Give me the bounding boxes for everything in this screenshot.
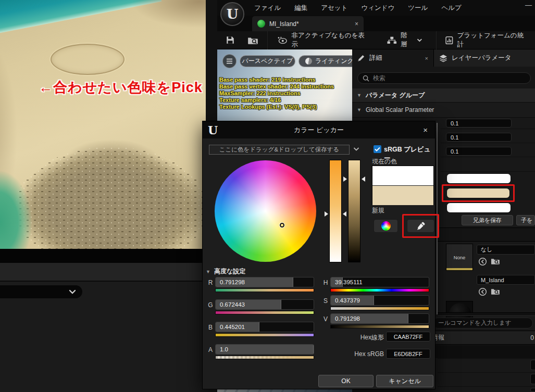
layers-icon bbox=[439, 54, 447, 62]
tab-layer-parameters[interactable]: レイヤーパラメータ bbox=[433, 49, 535, 67]
value-slider[interactable] bbox=[348, 160, 360, 262]
console-command-input[interactable]: ールコマンドを入力します bbox=[432, 318, 533, 328]
menu-edit[interactable]: 編集 bbox=[294, 4, 307, 12]
stats-line: Texture Lookups (Est.): VS(0), PS(3) bbox=[219, 104, 334, 110]
menu-file[interactable]: ファイル bbox=[254, 4, 281, 12]
chevron-down-icon bbox=[417, 38, 422, 42]
log-count: 0 bbox=[530, 334, 534, 342]
dialog-title-bar[interactable]: U カラー ピッカー × bbox=[203, 121, 435, 138]
search-input[interactable]: 検索 bbox=[357, 72, 531, 84]
stats-line: Base pass shader: 219 instructions bbox=[219, 77, 334, 83]
parameter-groups-header[interactable]: ▼ パラメータ グループ bbox=[352, 88, 535, 103]
channel-gradient-a bbox=[215, 356, 314, 359]
channel-gradient-h bbox=[330, 288, 429, 292]
asset-tab-bar: MI_Island* × bbox=[217, 16, 535, 31]
browse-to-asset-button[interactable] bbox=[241, 31, 264, 49]
channel-slider-b[interactable]: 0.445201 bbox=[215, 322, 314, 332]
menu-asset[interactable]: アセット bbox=[321, 4, 347, 12]
slider-fill bbox=[216, 345, 314, 354]
close-icon[interactable]: × bbox=[355, 20, 358, 28]
color-wheel-mode-button[interactable] bbox=[374, 219, 398, 233]
slider-marker-left[interactable] bbox=[325, 211, 328, 217]
browse-asset-icon[interactable] bbox=[491, 257, 500, 266]
advanced-settings-header[interactable]: ▼ 高度な設定 bbox=[206, 267, 245, 276]
lighting-mode-dropdown[interactable]: ライティング bbox=[298, 55, 352, 67]
menu-help[interactable]: ヘルプ bbox=[441, 4, 461, 12]
left-bottom-dropdown[interactable] bbox=[0, 285, 82, 298]
use-selected-icon[interactable] bbox=[478, 287, 487, 296]
close-icon[interactable]: × bbox=[423, 125, 428, 134]
shader-stats-text: Base pass shader: 219 instructions Base … bbox=[219, 77, 334, 110]
channel-slider-v[interactable]: 0.791298 bbox=[330, 313, 429, 324]
color-wheel[interactable] bbox=[215, 160, 316, 262]
show-inactive-button[interactable]: 非アクティブなものを表示 bbox=[271, 31, 376, 49]
hierarchy-button[interactable]: 階層 bbox=[381, 31, 429, 49]
channel-slider-g[interactable]: 0.672443 bbox=[215, 299, 314, 310]
menu-tools[interactable]: ツール bbox=[408, 4, 428, 12]
clipped-field[interactable] bbox=[530, 374, 535, 384]
clipped-field[interactable] bbox=[530, 360, 535, 370]
tab-label: MI_Island* bbox=[269, 20, 351, 28]
chevron-down-icon[interactable] bbox=[353, 147, 359, 151]
channel-slider-a[interactable]: 1.0 bbox=[215, 344, 314, 355]
color-dropzone[interactable]: ここに色をドラッグ&ドロップして保存する bbox=[209, 145, 350, 155]
gravel-patch bbox=[15, 147, 206, 249]
hex-srgb-label: Hex sRGB bbox=[338, 350, 384, 358]
lit-mode-icon bbox=[305, 58, 312, 65]
platform-stats-button[interactable]: プラットフォームの統計 bbox=[439, 31, 535, 49]
close-icon[interactable]: × bbox=[425, 55, 428, 61]
use-selected-icon[interactable] bbox=[478, 257, 487, 266]
ok-button[interactable]: OK bbox=[318, 375, 374, 387]
hex-srgb-field[interactable]: E6D6B2FF bbox=[386, 349, 430, 359]
hex-linear-field[interactable]: CAAB72FF bbox=[386, 332, 430, 342]
folder-search-icon bbox=[247, 36, 258, 45]
parent-material-dropdown[interactable]: M_Island bbox=[477, 275, 535, 285]
global-scalar-parameter-header[interactable]: ▼ Global Scalar Parameter bbox=[352, 103, 535, 118]
color-wheel-selector[interactable] bbox=[280, 223, 284, 227]
minimize-button[interactable]: — bbox=[525, 1, 532, 9]
saturation-slider[interactable] bbox=[329, 160, 342, 262]
menu-items: ファイル 編集 アセット ウィンドウ ツール ヘルプ bbox=[254, 0, 462, 16]
row-separator bbox=[441, 143, 535, 143]
scalar-param-field[interactable]: 0.1 bbox=[446, 119, 512, 128]
scene-bottom-bar bbox=[0, 249, 217, 263]
menu-window[interactable]: ウィンドウ bbox=[361, 4, 394, 12]
perspective-dropdown[interactable]: パースペクティブ bbox=[240, 55, 295, 67]
log-info-row[interactable]: 情報 0 bbox=[435, 331, 535, 345]
save-sibling-button[interactable]: 兄弟を保存 bbox=[462, 215, 513, 225]
texture-thumbnail-none[interactable]: None bbox=[446, 244, 473, 271]
channel-slider-r[interactable]: 0.791298 bbox=[215, 277, 314, 287]
scalar-param-field[interactable]: 0.1 bbox=[446, 147, 512, 156]
hamburger-icon bbox=[226, 58, 233, 64]
channel-label-g: G bbox=[207, 301, 214, 309]
texture-select-dropdown[interactable]: なし bbox=[477, 245, 535, 255]
channel-gradient-g bbox=[215, 311, 314, 314]
vector-param-swatch-white[interactable] bbox=[446, 203, 511, 213]
cancel-button[interactable]: キャンセル bbox=[376, 375, 433, 387]
tab-mi-island[interactable]: MI_Island* × bbox=[252, 16, 364, 31]
panel-gap bbox=[435, 345, 535, 358]
panel-divider bbox=[438, 312, 535, 316]
channel-slider-h[interactable]: 39.395111 bbox=[330, 277, 429, 287]
srgb-preview-checkbox[interactable] bbox=[374, 145, 381, 153]
channel-value: 0.791298 bbox=[335, 315, 360, 322]
hex-linear-label: Hex線形 bbox=[338, 333, 384, 342]
viewport-menu-button[interactable] bbox=[222, 54, 237, 68]
channel-slider-s[interactable]: 0.437379 bbox=[330, 295, 429, 306]
browse-asset-icon[interactable] bbox=[491, 287, 500, 296]
slider-marker-right[interactable] bbox=[362, 176, 365, 182]
vector-param-swatch-white[interactable] bbox=[446, 173, 511, 184]
save-button[interactable] bbox=[217, 31, 241, 49]
slider-marker-left[interactable] bbox=[343, 176, 347, 182]
toolbar-separator bbox=[436, 31, 437, 49]
scalar-param-field[interactable]: 0.1 bbox=[446, 133, 512, 142]
clipped-field[interactable] bbox=[530, 388, 535, 392]
save-child-button[interactable]: 子を bbox=[516, 215, 535, 225]
channel-gradient-s bbox=[330, 307, 429, 310]
search-placeholder: 検索 bbox=[373, 74, 385, 83]
tab-details[interactable]: 詳細 × bbox=[352, 49, 433, 67]
log-info-label: 情報 bbox=[435, 333, 444, 342]
color-picker-dialog: U カラー ピッカー × ここに色をドラッグ&ドロップして保存する sRGB プ… bbox=[202, 121, 436, 389]
search-icon bbox=[363, 75, 369, 82]
slider-marker-right[interactable] bbox=[343, 211, 346, 217]
